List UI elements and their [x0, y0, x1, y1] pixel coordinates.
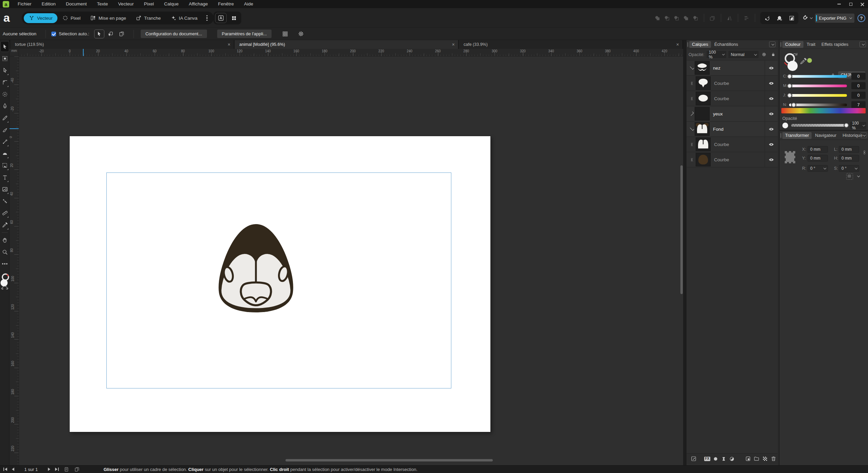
gradient-tool[interactable] — [0, 136, 9, 147]
yellow-slider[interactable]: J: 0 — [780, 92, 868, 100]
s-field[interactable]: 0 ° — [839, 165, 859, 172]
tab-couleur[interactable]: Couleur — [782, 41, 803, 48]
snapping-button[interactable] — [801, 15, 812, 21]
visibility-toggle[interactable] — [765, 106, 778, 122]
menu-document[interactable]: Document — [61, 0, 92, 8]
cyan-value[interactable]: 0 — [851, 73, 866, 80]
zoom-tool[interactable] — [0, 247, 9, 257]
menu-aide[interactable]: Aide — [239, 0, 258, 8]
character-style-button[interactable] — [215, 13, 227, 23]
menu-texte[interactable]: Texte — [92, 0, 113, 8]
style-picker-tool[interactable] — [0, 196, 9, 206]
select-object-mode-button[interactable] — [94, 30, 104, 38]
canvas-area[interactable] — [19, 56, 683, 465]
visibility-toggle[interactable] — [765, 152, 778, 167]
close-button[interactable] — [856, 0, 868, 8]
layer-name[interactable]: Courbe — [714, 157, 729, 162]
tab-animal[interactable]: animal [Modifié] (95.6%) × — [235, 40, 458, 49]
color-opacity-slider[interactable]: 100 % — [780, 122, 868, 130]
l-field[interactable]: 0 mm — [839, 146, 859, 153]
magenta-value[interactable]: 0 — [851, 82, 866, 89]
delete-layer-icon[interactable] — [770, 456, 777, 462]
layer-row-yeux[interactable]: yeux — [687, 106, 778, 122]
layer-name[interactable]: Fond — [713, 127, 724, 132]
visibility-toggle[interactable] — [765, 76, 778, 91]
lock-layer-icon[interactable] — [771, 52, 776, 57]
link-dimensions-icon[interactable] — [862, 148, 867, 157]
slider-handle[interactable] — [787, 74, 792, 79]
persona-tranche-button[interactable]: Tranche — [131, 13, 166, 23]
help-button[interactable]: ? — [857, 14, 865, 22]
more-options-icon[interactable] — [206, 15, 208, 21]
layer-name[interactable]: yeux — [713, 111, 723, 116]
color-picker-tool[interactable] — [0, 219, 9, 230]
tab-echantillons[interactable]: Échantillons — [712, 41, 741, 48]
facing-pages-view-icon[interactable] — [74, 467, 80, 472]
horizontal-scrollbar[interactable] — [285, 459, 493, 461]
anchor-point-selector[interactable] — [785, 151, 795, 163]
expand-chevron-icon[interactable] — [690, 112, 694, 116]
margins-grid-icon[interactable] — [282, 31, 289, 37]
customize-tools-button[interactable] — [0, 258, 9, 269]
app-settings-button[interactable]: Paramètres de l'appli... — [217, 30, 272, 38]
blend-options-gear-icon[interactable] — [761, 52, 767, 57]
yellow-value[interactable]: 0 — [851, 92, 866, 99]
select-group-mode-button[interactable] — [105, 30, 116, 38]
add-pixel-layer-icon[interactable] — [745, 456, 751, 462]
tab-navigateur[interactable]: Navigateur — [812, 132, 839, 139]
collapse-chevron-icon[interactable] — [690, 126, 694, 130]
panel-menu-button[interactable] — [769, 41, 776, 47]
selection-box-mode-icon[interactable] — [846, 173, 853, 180]
text-tool[interactable] — [0, 172, 9, 183]
layer-name[interactable]: Courbe — [714, 96, 729, 101]
studio-grid-button[interactable] — [228, 13, 240, 23]
menu-pixel[interactable]: Pixel — [139, 0, 159, 8]
duplicate-mode-button[interactable] — [117, 30, 127, 38]
transparency-tool[interactable] — [0, 148, 9, 159]
first-page-button[interactable] — [3, 468, 7, 471]
persona-vecteur-button[interactable]: Vecteur — [24, 13, 57, 23]
x-field[interactable]: 0 mm — [808, 146, 828, 153]
layer-row-courbe[interactable]: Courbe — [687, 152, 778, 167]
tab-close-icon[interactable]: × — [676, 42, 679, 47]
tab-calques[interactable]: Calques — [689, 41, 711, 48]
move-tool[interactable] — [0, 41, 9, 52]
layer-thumbnail[interactable] — [695, 61, 710, 75]
add-pattern-layer-icon[interactable] — [762, 456, 768, 462]
menu-calque[interactable]: Calque — [159, 0, 184, 8]
layer-thumbnail[interactable] — [696, 138, 711, 151]
layer-name[interactable]: Courbe — [714, 142, 729, 147]
add-group-icon[interactable] — [753, 456, 760, 462]
tab-close-icon[interactable]: × — [228, 42, 230, 47]
layer-thumbnail[interactable] — [695, 107, 710, 121]
layer-thumbnail[interactable] — [696, 92, 711, 105]
horizontal-ruler[interactable]: -200204060801001201401601802002202402602… — [19, 49, 683, 56]
edit-layer-icon[interactable] — [691, 456, 697, 462]
r-field[interactable]: 0 ° — [808, 165, 828, 172]
y-field[interactable]: 0 mm — [808, 155, 828, 162]
live-filter-icon[interactable] — [729, 456, 735, 462]
export-png-button[interactable]: Exporter PNG — [815, 14, 854, 23]
tab-tortue[interactable]: tortue (119.5%) × — [10, 40, 234, 49]
layer-thumbnail[interactable] — [696, 76, 711, 90]
persona-pixel-button[interactable]: Pixel — [57, 13, 85, 23]
black-value[interactable]: 7 — [851, 101, 866, 108]
fill-stroke-swatches[interactable] — [0, 272, 10, 294]
layer-row-courbe[interactable]: Courbe — [687, 137, 778, 152]
menu-fenetre[interactable]: Fenêtre — [213, 0, 239, 8]
slider-handle[interactable] — [792, 103, 796, 107]
visibility-toggle[interactable] — [765, 60, 778, 76]
vertical-scrollbar[interactable] — [680, 165, 683, 294]
auto-select-checkbox[interactable] — [51, 32, 56, 36]
view-tool[interactable] — [0, 235, 9, 245]
transform-mode-button[interactable] — [761, 13, 773, 23]
previous-page-button[interactable] — [12, 468, 14, 471]
collapse-chevron-icon[interactable] — [690, 65, 694, 69]
layer-row-fond[interactable]: Fond — [687, 122, 778, 137]
tab-close-icon[interactable]: × — [452, 42, 455, 47]
document-setup-button[interactable]: Configuration du document... — [141, 30, 207, 38]
vector-crop-tool[interactable] — [0, 160, 9, 171]
slider-handle[interactable] — [787, 93, 792, 98]
mask-layer-icon[interactable] — [713, 456, 718, 462]
tab-cafe[interactable]: cafe (33.9%) × — [459, 40, 682, 49]
